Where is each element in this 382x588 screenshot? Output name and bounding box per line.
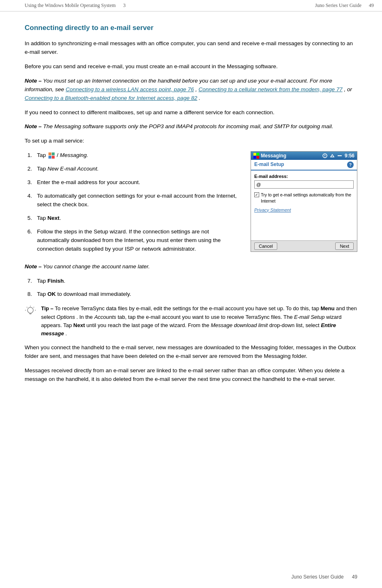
steps-screenshot-wrapper: 1. Tap / Messaging. bbox=[25, 151, 357, 258]
step-2: 2. Tap New E-mail Account. bbox=[25, 165, 242, 173]
sc-footer: Cancel Next bbox=[251, 240, 357, 251]
sc-next-button[interactable]: Next bbox=[335, 242, 354, 250]
setup-intro: To set up a mail service: bbox=[25, 137, 357, 145]
sc-checkbox-row: ✓ Try to get e-mail settings automatical… bbox=[254, 192, 354, 204]
screenshot-mockup: Messaging 9:56 E-mail Setup ? E-mail add… bbox=[251, 151, 357, 251]
tip-mid6: drop-down list, select bbox=[269, 322, 321, 328]
steps-list: 1. Tap / Messaging. bbox=[25, 151, 242, 253]
tip-italic1: Options bbox=[57, 314, 75, 320]
step-5: 5. Tap Next. bbox=[25, 214, 242, 223]
tip-bold2: Next bbox=[74, 322, 85, 328]
para-3: If you need to connect to different mail… bbox=[25, 108, 357, 117]
svg-rect-2 bbox=[48, 156, 51, 159]
note-3-label: Note – bbox=[25, 263, 41, 270]
sc-email-input[interactable]: @ bbox=[254, 180, 354, 189]
step-7: 7. Tap Finish. bbox=[25, 277, 357, 286]
sc-title-icon: Messaging bbox=[253, 153, 286, 159]
sc-titlebar: Messaging 9:56 bbox=[251, 152, 357, 160]
sc-checkbox[interactable]: ✓ bbox=[254, 192, 259, 197]
tip-italic3: E-mail Setup bbox=[294, 314, 324, 320]
tip-box: Tip – To receive TerraSync data files by… bbox=[25, 304, 357, 338]
tip-label: Tip – bbox=[41, 305, 53, 311]
step-4: 4. To automatically get connection setti… bbox=[25, 192, 242, 209]
sc-checkbox-text: Try to get e-mail settings automatically… bbox=[261, 192, 354, 204]
note-1-link3[interactable]: Connecting to a Bluetooth-enabled phone … bbox=[25, 95, 197, 101]
sc-cancel-button[interactable]: Cancel bbox=[254, 242, 277, 250]
steps-continued: 7. Tap Finish. 8. Tap OK to download mai… bbox=[25, 277, 357, 299]
para-2: Before you can send and receive e-mail, … bbox=[25, 62, 357, 71]
note-2-body: The Messaging software supports only the… bbox=[43, 123, 333, 129]
step-8: 8. Tap OK to download mail immediately. bbox=[25, 290, 357, 299]
tip-text: Tip – To receive TerraSync data files by… bbox=[41, 304, 357, 338]
svg-rect-1 bbox=[52, 152, 55, 155]
note-3: Note – You cannot change the account nam… bbox=[25, 263, 357, 271]
note-1: Note – You must set up an Internet conne… bbox=[25, 77, 357, 103]
svg-rect-7 bbox=[257, 156, 260, 159]
note-1-or: , or bbox=[344, 86, 352, 92]
note-1-label: Note – bbox=[25, 78, 41, 84]
tip-body: To receive TerraSync data files by e-mai… bbox=[55, 305, 321, 311]
para-1: In addition to synchronizing e-mail mess… bbox=[25, 39, 357, 57]
steps-list-cont: 7. Tap Finish. 8. Tap OK to download mai… bbox=[25, 277, 357, 299]
step-1: 1. Tap / Messaging. bbox=[25, 151, 242, 160]
tip-lightbulb-icon bbox=[25, 305, 36, 317]
svg-point-10 bbox=[324, 157, 325, 157]
tip-italic2: Accounts bbox=[94, 314, 116, 320]
tip-mid2: . In the bbox=[76, 314, 94, 320]
steps-column: 1. Tap / Messaging. bbox=[25, 151, 251, 258]
svg-rect-6 bbox=[253, 156, 256, 159]
para-final1: When you connect the handheld to the e-m… bbox=[25, 344, 357, 361]
sc-email-label: E-mail address: bbox=[254, 174, 354, 179]
tip-italic4: Message download limit bbox=[211, 322, 268, 328]
header-chapter: Using the Windows Mobile Operating Syste… bbox=[25, 2, 126, 9]
page-footer: Juno Series User Guide 49 bbox=[0, 574, 382, 580]
sc-tab-label: E-mail Setup bbox=[254, 161, 284, 168]
svg-rect-11 bbox=[338, 155, 342, 156]
svg-rect-4 bbox=[253, 153, 256, 156]
sc-privacy-link[interactable]: Privacy Statement bbox=[254, 208, 354, 212]
sc-help-button[interactable]: ? bbox=[347, 161, 354, 168]
sc-tab: E-mail Setup ? bbox=[251, 160, 357, 171]
main-content: Connecting directly to an e-mail server … bbox=[0, 12, 382, 406]
section-heading: Connecting directly to an e-mail server bbox=[25, 24, 357, 32]
tip-mid5: until you reach the last page of the wiz… bbox=[86, 322, 211, 328]
note-3-body: You cannot change the account name later… bbox=[43, 263, 150, 270]
svg-rect-14 bbox=[30, 314, 31, 314]
page-header: Using the Windows Mobile Operating Syste… bbox=[0, 0, 382, 12]
svg-rect-5 bbox=[257, 153, 260, 156]
header-page: Juno Series User Guide 49 bbox=[315, 2, 374, 9]
sc-titlebar-right: 9:56 bbox=[322, 153, 354, 159]
para-final2: Messages received directly from an e-mai… bbox=[25, 367, 357, 384]
footer-right: Juno Series User Guide 49 bbox=[291, 574, 357, 580]
step-3: 3. Enter the e-mail address for your acc… bbox=[25, 178, 242, 187]
note-1-end: . bbox=[199, 95, 200, 101]
step-6: 6. Follow the steps in the Setup wizard.… bbox=[25, 228, 242, 254]
note-1-link2[interactable]: Connecting to a cellular network from th… bbox=[198, 86, 342, 92]
svg-rect-13 bbox=[29, 313, 32, 313]
windows-flag-icon bbox=[48, 152, 55, 159]
tip-mid3: tab, tap the e-mail account you want to … bbox=[118, 314, 294, 320]
tip-bold1: Menu bbox=[320, 305, 334, 311]
note-1-link1[interactable]: Connecting to a wireless LAN access poin… bbox=[66, 86, 194, 92]
svg-rect-3 bbox=[52, 156, 55, 159]
svg-line-17 bbox=[34, 307, 35, 308]
svg-point-12 bbox=[28, 307, 33, 313]
tip-end: . bbox=[65, 330, 67, 337]
svg-rect-0 bbox=[48, 152, 51, 155]
svg-line-16 bbox=[27, 307, 28, 308]
note-2: Note – The Messaging software supports o… bbox=[25, 122, 357, 131]
sc-body: E-mail address: @ ✓ Try to get e-mail se… bbox=[251, 171, 357, 240]
note-2-label: Note – bbox=[25, 123, 41, 129]
